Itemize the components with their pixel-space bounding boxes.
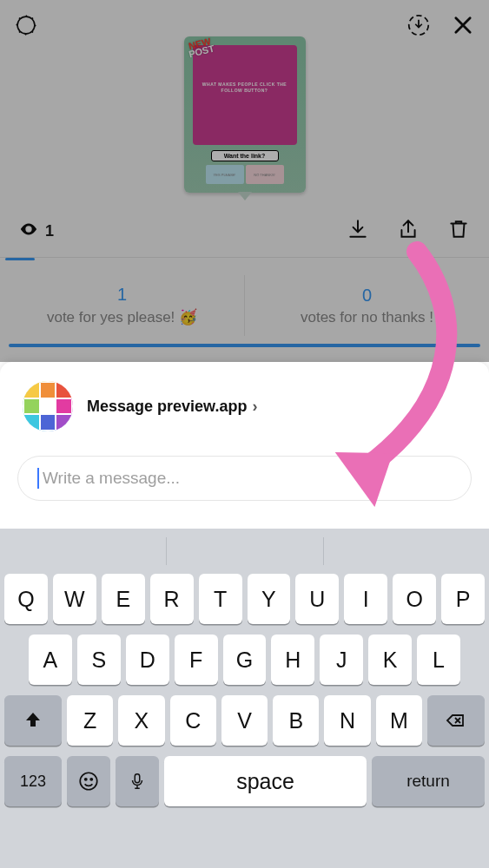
key-s[interactable]: S (77, 635, 121, 685)
svg-point-3 (80, 773, 97, 790)
key-z[interactable]: Z (67, 695, 113, 746)
emoji-key[interactable] (67, 756, 110, 806)
shift-key[interactable] (4, 695, 62, 746)
chevron-right-icon: › (252, 398, 257, 416)
ios-keyboard: Q W E R T Y U I O P A S D F G H J K L Z … (0, 529, 489, 868)
key-n[interactable]: N (324, 695, 370, 746)
key-l[interactable]: L (417, 635, 460, 685)
numbers-key[interactable]: 123 (4, 756, 62, 806)
keyboard-suggestion-bar[interactable] (4, 537, 485, 565)
keyboard-row-2: A S D F G H J K L (4, 635, 485, 685)
message-placeholder: Write a message... (43, 469, 180, 488)
recipient-label: Message preview.app (87, 398, 247, 416)
key-k[interactable]: K (368, 635, 412, 685)
key-c[interactable]: C (170, 695, 216, 746)
svg-rect-6 (135, 774, 140, 783)
key-j[interactable]: J (320, 635, 363, 685)
key-r[interactable]: R (150, 574, 194, 624)
keyboard-row-1: Q W E R T Y U I O P (4, 574, 485, 624)
recipient-avatar[interactable] (23, 381, 73, 431)
modal-backdrop[interactable] (0, 0, 489, 362)
key-a[interactable]: A (29, 635, 72, 685)
key-p[interactable]: P (441, 574, 485, 624)
svg-point-4 (85, 779, 87, 780)
key-o[interactable]: O (393, 574, 436, 624)
key-i[interactable]: I (344, 574, 387, 624)
svg-point-5 (90, 779, 92, 780)
key-x[interactable]: X (118, 695, 164, 746)
return-key[interactable]: return (372, 756, 485, 806)
story-insights-background: NEWPOST WHAT MAKES PEOPLE CLICK THE FOLL… (0, 0, 489, 362)
key-t[interactable]: T (199, 574, 242, 624)
key-v[interactable]: V (221, 695, 268, 746)
key-d[interactable]: D (126, 635, 169, 685)
key-b[interactable]: B (273, 695, 319, 746)
keyboard-row-3: Z X C V B N M (4, 695, 485, 746)
key-h[interactable]: H (271, 635, 314, 685)
backspace-key[interactable] (427, 695, 485, 746)
space-key[interactable]: space (164, 756, 367, 806)
key-y[interactable]: Y (248, 574, 291, 624)
key-w[interactable]: W (53, 574, 96, 624)
recipient-name[interactable]: Message preview.app › (87, 398, 257, 416)
keyboard-row-4: 123 space return (4, 756, 485, 806)
key-g[interactable]: G (223, 635, 267, 685)
key-e[interactable]: E (102, 574, 145, 624)
key-m[interactable]: M (376, 695, 422, 746)
key-q[interactable]: Q (4, 574, 48, 624)
message-input[interactable]: Write a message... (17, 456, 472, 501)
key-u[interactable]: U (295, 574, 339, 624)
text-cursor (37, 468, 39, 489)
message-compose-panel: Message preview.app › Write a message... (0, 362, 489, 529)
dictation-key[interactable] (116, 756, 159, 806)
key-f[interactable]: F (175, 635, 218, 685)
